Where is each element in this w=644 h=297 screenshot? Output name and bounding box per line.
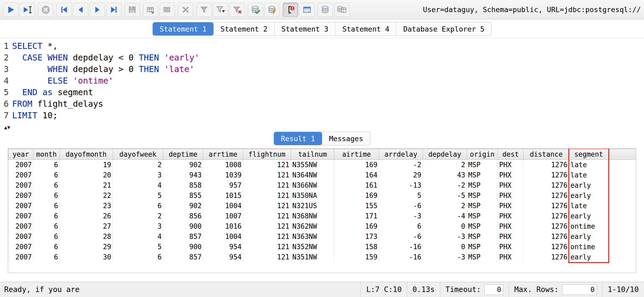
cell-dayofmonth[interactable]: 20	[60, 170, 113, 180]
cell-distance[interactable]: 1276	[524, 252, 569, 262]
cell-flightnum[interactable]: 121	[243, 252, 291, 262]
cell-origin[interactable]: MSP	[467, 232, 498, 242]
cell-month[interactable]: 6	[33, 232, 60, 242]
cell-dayofweek[interactable]: 2	[113, 160, 163, 170]
cell-arrtime[interactable]: 1007	[203, 211, 243, 221]
cell-year[interactable]: 2007	[8, 211, 33, 221]
cell-tailnum[interactable]: N362NW	[291, 221, 334, 232]
cell-arrtime[interactable]: 957	[203, 180, 243, 191]
cell-distance[interactable]: 1276	[524, 232, 569, 242]
cell-tailnum[interactable]: N364NW	[291, 170, 334, 180]
cell-year[interactable]: 2007	[8, 180, 33, 191]
cell-airtime[interactable]: 173	[334, 232, 379, 242]
cell-flightnum[interactable]: 121	[243, 191, 291, 201]
column-header-deptime[interactable]: deptime	[163, 149, 203, 160]
column-header-origin[interactable]: origin	[467, 149, 498, 160]
cell-year[interactable]: 2007	[8, 232, 33, 242]
cell-flightnum[interactable]: 121	[243, 160, 291, 170]
run-button[interactable]	[3, 3, 18, 17]
cell-dest[interactable]: PHX	[498, 170, 524, 180]
cell-dayofweek[interactable]: 4	[113, 180, 163, 191]
cell-distance[interactable]: 1276	[524, 201, 569, 211]
cell-arrdelay[interactable]: -2	[379, 160, 423, 170]
cell-year[interactable]: 2007	[8, 221, 33, 232]
cell-deptime[interactable]: 900	[163, 242, 203, 252]
cell-dayofweek[interactable]: 5	[113, 242, 163, 252]
cell-dayofmonth[interactable]: 22	[60, 191, 113, 201]
cell-dest[interactable]: PHX	[498, 221, 524, 232]
column-header-month[interactable]: month	[33, 149, 60, 160]
cell-dayofweek[interactable]: 4	[113, 232, 163, 242]
cell-dayofmonth[interactable]: 23	[60, 201, 113, 211]
filter-button[interactable]	[196, 3, 212, 17]
cell-dest[interactable]: PHX	[498, 252, 524, 262]
cell-tailnum[interactable]: N366NW	[291, 180, 334, 191]
cell-month[interactable]: 6	[33, 170, 60, 180]
previous-row-button[interactable]	[73, 3, 88, 17]
cell-airtime[interactable]: 169	[334, 191, 379, 201]
cell-arrtime[interactable]: 1004	[203, 201, 243, 211]
cell-segment[interactable]: ontime	[569, 242, 609, 252]
cell-dayofweek[interactable]: 6	[113, 252, 163, 262]
cell-dayofweek[interactable]: 6	[113, 201, 163, 211]
editor-splitter[interactable]: ▲▼	[0, 124, 644, 130]
cell-segment[interactable]: early	[569, 180, 609, 191]
cell-dest[interactable]: PHX	[498, 191, 524, 201]
cell-airtime[interactable]: 171	[334, 211, 379, 221]
tab-statement-3[interactable]: Statement 3	[274, 22, 335, 35]
cell-airtime[interactable]: 161	[334, 180, 379, 191]
cell-distance[interactable]: 1276	[524, 191, 569, 201]
cell-arrtime[interactable]: 1039	[203, 170, 243, 180]
tab-result-1[interactable]: Result 1	[274, 132, 322, 145]
cell-segment[interactable]: late	[569, 201, 609, 211]
cell-origin[interactable]: MSP	[467, 180, 498, 191]
cell-airtime[interactable]: 155	[334, 201, 379, 211]
cell-arrdelay[interactable]: -13	[379, 180, 423, 191]
connection-db-button[interactable]	[318, 3, 333, 17]
cell-segment[interactable]: late	[569, 160, 609, 170]
cell-airtime[interactable]: 169	[334, 221, 379, 232]
cell-deptime[interactable]: 857	[163, 232, 203, 242]
tab-statement-2[interactable]: Statement 2	[213, 22, 274, 35]
toggle-autocommit-button[interactable]	[283, 3, 298, 17]
cell-arrtime[interactable]: 954	[203, 242, 243, 252]
tab-database-explorer-5[interactable]: Database Explorer 5	[396, 22, 491, 35]
cell-deptime[interactable]: 858	[163, 180, 203, 191]
cell-dayofmonth[interactable]: 26	[60, 211, 113, 221]
cell-arrdelay[interactable]: 29	[379, 170, 423, 180]
tab-statement-4[interactable]: Statement 4	[335, 22, 396, 35]
cell-deptime[interactable]: 855	[163, 191, 203, 201]
column-header-dayofweek[interactable]: dayofweek	[113, 149, 163, 160]
cell-deptime[interactable]: 902	[163, 201, 203, 211]
cell-tailnum[interactable]: N321US	[291, 201, 334, 211]
cell-segment[interactable]: late	[569, 170, 609, 180]
cell-dayofmonth[interactable]: 19	[60, 160, 113, 170]
next-row-button[interactable]	[90, 3, 105, 17]
cell-dest[interactable]: PHX	[498, 242, 524, 252]
cell-origin[interactable]: MSP	[467, 191, 498, 201]
column-header-arrtime[interactable]: arrtime	[203, 149, 243, 160]
cell-distance[interactable]: 1276	[524, 221, 569, 232]
cell-origin[interactable]: MSP	[467, 211, 498, 221]
cell-airtime[interactable]: 164	[334, 170, 379, 180]
cell-arrdelay[interactable]: -6	[379, 232, 423, 242]
cell-distance[interactable]: 1276	[524, 160, 569, 170]
data-pumper-button[interactable]	[299, 3, 315, 17]
cell-flightnum[interactable]: 121	[243, 221, 291, 232]
save-button[interactable]	[125, 3, 140, 17]
commit-button[interactable]	[248, 3, 263, 17]
cell-arrdelay[interactable]: -16	[379, 242, 423, 252]
cell-flightnum[interactable]: 121	[243, 211, 291, 221]
column-header-tailnum[interactable]: tailnum	[291, 149, 334, 160]
cell-airtime[interactable]: 159	[334, 252, 379, 262]
tab-statement-1[interactable]: Statement 1	[153, 22, 213, 35]
cell-arrdelay[interactable]: -16	[379, 252, 423, 262]
cell-arrtime[interactable]: 1016	[203, 221, 243, 232]
cell-depdelay[interactable]: -4	[423, 211, 467, 221]
filter-dropdown-button[interactable]	[213, 3, 228, 17]
column-header-dayofmonth[interactable]: dayofmonth	[60, 149, 113, 160]
stop-button[interactable]	[38, 3, 53, 17]
cell-airtime[interactable]: 158	[334, 242, 379, 252]
cell-segment[interactable]: early	[569, 211, 609, 221]
cell-deptime[interactable]: 856	[163, 211, 203, 221]
